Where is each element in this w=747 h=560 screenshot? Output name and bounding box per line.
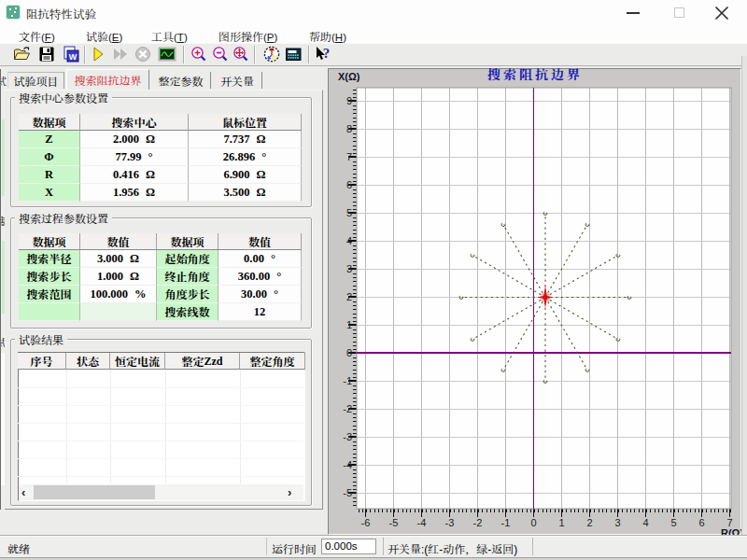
svg-text:0: 0 — [346, 347, 352, 358]
svg-text:-4: -4 — [343, 459, 352, 470]
svg-text:-2: -2 — [343, 403, 352, 414]
svg-text:0: 0 — [530, 517, 536, 528]
svg-text:-1: -1 — [343, 375, 352, 386]
svg-text:-1: -1 — [501, 517, 511, 528]
svg-text:-3: -3 — [343, 431, 352, 442]
svg-text:2: 2 — [346, 291, 352, 302]
svg-text:6: 6 — [698, 517, 704, 528]
svg-text:-4: -4 — [417, 517, 427, 528]
svg-text:1: 1 — [558, 517, 564, 528]
svg-text:1: 1 — [346, 319, 352, 330]
svg-text:6: 6 — [346, 179, 352, 190]
svg-text:4: 4 — [346, 235, 352, 246]
svg-text:-5: -5 — [389, 517, 399, 528]
svg-text:5: 5 — [670, 517, 676, 528]
svg-text:-6: -6 — [361, 517, 371, 528]
svg-text:3: 3 — [614, 517, 620, 528]
svg-text:-2: -2 — [473, 517, 483, 528]
svg-text:9: 9 — [346, 95, 352, 106]
svg-text:5: 5 — [346, 207, 352, 218]
svg-text:3: 3 — [346, 263, 352, 274]
svg-text:X(Ω): X(Ω) — [338, 71, 360, 82]
svg-text:8: 8 — [346, 123, 352, 134]
svg-text:7: 7 — [346, 151, 352, 162]
svg-text:-3: -3 — [445, 517, 455, 528]
svg-text:4: 4 — [642, 517, 648, 528]
svg-text:2: 2 — [586, 517, 592, 528]
svg-text:-5: -5 — [343, 487, 352, 498]
svg-text:搜索阻抗边界: 搜索阻抗边界 — [487, 64, 583, 83]
